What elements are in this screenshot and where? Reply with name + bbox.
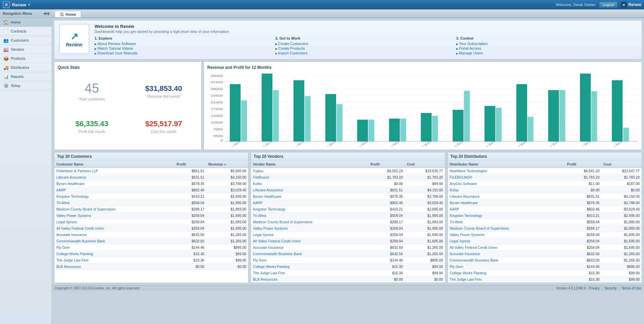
work-link-2[interactable]: Create Products: [275, 46, 456, 50]
col-customer-revenue[interactable]: Revenue: [206, 161, 248, 168]
vendor-name-cell[interactable]: All Valley Federal Credit Union: [251, 238, 368, 244]
sidebar-item-contracts[interactable]: 📄 Contracts: [0, 27, 52, 36]
dist-name-cell[interactable]: Commonwealth Business Bank: [448, 257, 565, 264]
col-vendor-name[interactable]: Vendor Name: [251, 161, 368, 168]
explore-link-3[interactable]: Download User Manuals: [95, 51, 275, 55]
vendor-name-cell[interactable]: Fujitsu: [251, 168, 368, 174]
sidebar-item-distributors[interactable]: 🚚 Distributors: [0, 63, 52, 72]
customer-name-cell[interactable]: AARP: [54, 187, 174, 193]
table-row: Ply Gem$144.46$895.00: [251, 257, 445, 264]
dist-name-cell[interactable]: Madison County Board of Supervisors: [448, 225, 565, 232]
customer-name-cell[interactable]: Valley Power Systems: [54, 213, 174, 219]
col-vendor-profit[interactable]: Profit: [368, 161, 405, 168]
terms-link[interactable]: Terms of Use: [622, 286, 641, 290]
vendor-name-cell[interactable]: The Judge Law Firm: [251, 270, 368, 276]
customer-name-cell[interactable]: Kingston Technology: [54, 193, 174, 200]
dist-name-cell[interactable]: Kofax: [448, 187, 565, 193]
dist-name-cell[interactable]: Legal Xpress: [448, 238, 565, 244]
customer-name-cell[interactable]: Legal Xpress: [54, 219, 174, 225]
vendor-name-cell[interactable]: Kofax: [251, 181, 368, 187]
control-link-1[interactable]: Your Subscription: [456, 42, 637, 46]
dist-name-cell[interactable]: FILEBOUND®: [448, 174, 565, 181]
col-customer-profit[interactable]: Profit: [174, 161, 206, 168]
welcome-columns: 1. Explore About Reniew Software Watch T…: [95, 36, 637, 56]
explore-link-2[interactable]: Watch Tutorial Videos: [95, 46, 275, 50]
customer-name-cell[interactable]: BLB Resources: [54, 264, 174, 270]
customer-name-cell[interactable]: The Judge Law Firm: [54, 257, 174, 264]
security-link[interactable]: Security: [604, 286, 616, 290]
control-link-2[interactable]: Portal Access: [456, 46, 637, 50]
sidebar-item-setup[interactable]: ⚙️ Setup: [0, 81, 52, 90]
vendor-cost-cell: $3,029.40: [405, 200, 445, 206]
customers-icon: 👥: [3, 38, 9, 43]
vendor-name-cell[interactable]: AARP: [251, 200, 368, 206]
explore-link-1[interactable]: About Reniew Software: [95, 42, 275, 46]
vendor-name-cell[interactable]: Madison County Board of Supervisors: [251, 219, 368, 225]
sidebar-item-customers[interactable]: 👥 Customers: [0, 36, 52, 45]
dist-name-cell[interactable]: AARP: [448, 206, 565, 213]
vendor-name-cell[interactable]: Accurate Insurance: [251, 244, 368, 251]
vendors-header-row: Vendor Name Profit Cost: [251, 161, 445, 168]
svg-rect-36: [389, 119, 400, 141]
customer-name-cell[interactable]: Accurate Insurance: [54, 232, 174, 238]
vendors-icon: 🏭: [3, 47, 9, 52]
top-vendors-panel: Top 20 Vendors Vendor Name Profit Cost F…: [251, 152, 445, 283]
vendor-name-cell[interactable]: Valley Power Systems: [251, 225, 368, 232]
dist-name-cell[interactable]: Ply Gem: [448, 264, 565, 270]
dist-name-cell[interactable]: Lifecare Assurance: [448, 193, 565, 200]
customer-name-cell[interactable]: All Valley Federal Credit Union: [54, 225, 174, 232]
dist-name-cell[interactable]: The Judge Law Firm: [448, 276, 565, 283]
vendor-cost-cell: $1,265.00: [405, 244, 445, 251]
vendor-name-cell[interactable]: Lifecare Assurance: [251, 187, 368, 193]
vendor-name-cell[interactable]: College Works Painting: [251, 264, 368, 270]
vendor-name-cell[interactable]: Kingston Technology: [251, 206, 368, 213]
col-dist-profit[interactable]: Profit: [565, 161, 602, 168]
dist-name-cell[interactable]: Accurate Insurance: [448, 251, 565, 257]
customer-name-cell[interactable]: Commonwealth Business Bank: [54, 238, 174, 244]
vendor-name-cell[interactable]: Tri-West: [251, 213, 368, 219]
col-customer-name[interactable]: Customer Name: [54, 161, 174, 168]
dist-name-cell[interactable]: Kingston Technology: [448, 213, 565, 219]
work-link-1[interactable]: Create Customers: [275, 42, 456, 46]
sidebar-item-products[interactable]: 📦 Products: [0, 54, 52, 63]
vendor-name-cell[interactable]: Commonwealth Business Bank: [251, 251, 368, 257]
dist-name-cell[interactable]: Tri-West: [448, 219, 565, 225]
dist-name-cell[interactable]: NewWave Technologies: [448, 168, 565, 174]
table-row: Commonwealth Business Bank$632.50$1,265.…: [251, 251, 445, 257]
dist-name-cell[interactable]: College Works Painting: [448, 270, 565, 276]
top-distributors-title: Top 20 Distributors: [448, 152, 642, 161]
dist-name-cell[interactable]: AnyDoc Software: [448, 181, 565, 187]
vendor-name-cell[interactable]: Legal Xpress: [251, 232, 368, 238]
sidebar-item-home[interactable]: 🏠 Home: [0, 18, 52, 27]
dist-cost-cell: $1,695.00: [601, 244, 642, 251]
welcome-col-explore: 1. Explore About Reniew Software Watch T…: [95, 36, 275, 56]
vendor-name-cell[interactable]: Byram Healthcare: [251, 193, 368, 200]
col-dist-cost[interactable]: Cost: [601, 161, 642, 168]
customer-name-cell[interactable]: Byram Healthcare: [54, 181, 174, 187]
customer-name-cell[interactable]: Ply Gem: [54, 244, 174, 251]
privacy-link[interactable]: Privacy: [589, 286, 600, 290]
work-link-3[interactable]: Import Customers: [275, 51, 456, 55]
logout-button[interactable]: Logout: [599, 2, 618, 8]
customer-name-cell[interactable]: Finkelstein & Partners LLP: [54, 168, 174, 174]
vendor-name-cell[interactable]: BLB Resources: [251, 276, 368, 283]
nav-collapse-icon[interactable]: ◀◀: [43, 11, 49, 16]
vendor-name-cell[interactable]: Ply Gem: [251, 257, 368, 264]
dist-name-cell[interactable]: Valley Power Systems: [448, 232, 565, 238]
control-link-3[interactable]: Manage Users: [456, 51, 637, 55]
vendor-profit-cell: $15.30: [368, 264, 405, 270]
customer-name-cell[interactable]: College Works Painting: [54, 251, 174, 257]
col-vendor-cost[interactable]: Cost: [405, 161, 445, 168]
col-dist-name[interactable]: Distributor Name: [448, 161, 565, 168]
sidebar-item-vendors[interactable]: 🏭 Vendors: [0, 45, 52, 54]
customer-name-cell[interactable]: Tri-West: [54, 200, 174, 206]
dist-profit-cell: $258.04: [565, 238, 602, 244]
vendor-name-cell[interactable]: FileBound: [251, 174, 368, 181]
dist-name-cell[interactable]: All Valley Federal Credit Union: [448, 244, 565, 251]
topbar-dropdown-icon[interactable]: ▾: [28, 2, 30, 7]
customer-name-cell[interactable]: Madison County Board of Supervisors: [54, 206, 174, 213]
tab-home[interactable]: 🏠 Home: [55, 11, 81, 17]
customer-name-cell[interactable]: Lifecare Assurance: [54, 174, 174, 181]
dist-name-cell[interactable]: Byram Healthcare: [448, 200, 565, 206]
sidebar-item-reports[interactable]: 📊 Reports: [0, 72, 52, 81]
